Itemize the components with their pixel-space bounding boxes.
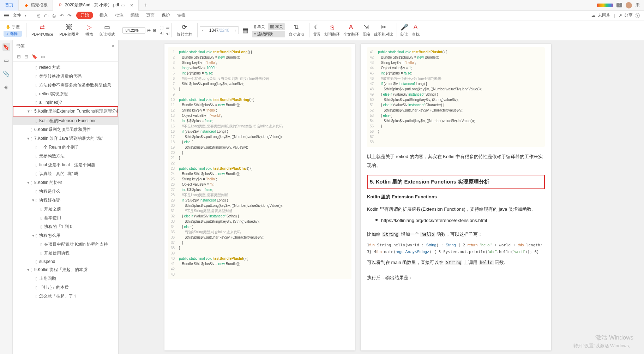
bookmark-item[interactable]: ▯在项目中配置对 Kotlin 协程的支持 xyxy=(13,240,118,249)
bookmark-item[interactable]: ▯开始使用协程 xyxy=(13,249,118,258)
twisty-icon[interactable]: ▼ xyxy=(26,137,30,140)
continuous-read[interactable]: ≡ 连续阅读 xyxy=(252,31,285,37)
fit-page-icon[interactable]: ▭ xyxy=(165,25,169,30)
twisty-icon[interactable]: ▼ xyxy=(27,109,30,113)
open-icon[interactable]: ⎘ xyxy=(35,12,42,19)
double-page[interactable]: ▯▯ 双页 xyxy=(268,23,285,30)
bookmark-list[interactable]: ▯reified 方式▯类型转换改进后的代码▯方法传参不需要多余传递参数类型信息… xyxy=(13,62,118,354)
bookmark-item[interactable]: ▯一个 Realm 的小例子 xyxy=(13,143,118,152)
thumbnails[interactable]: ▦ xyxy=(240,20,251,40)
bookmark-item[interactable]: ▼▯5.Kotlin里的Extension Functions实现原理分析 xyxy=(13,106,118,116)
pdf-to-image[interactable]: 🖼PDF转图片 xyxy=(57,20,82,40)
print-icon[interactable]: ⎙ xyxy=(51,12,57,19)
next-page-icon[interactable]: › xyxy=(233,28,239,33)
outline-icon[interactable]: ▭ xyxy=(2,56,10,64)
bookmark-item[interactable]: ▯suspend xyxy=(13,258,118,265)
file-menu[interactable]: 文件 xyxy=(13,12,21,18)
zoom-region-icon[interactable]: ◱ xyxy=(165,31,169,36)
actual-size-icon[interactable]: ◰ xyxy=(160,31,163,36)
read-mode[interactable]: ▭阅读模式 xyxy=(97,20,118,40)
bookmark-item[interactable]: ▼▯7.Kotlin 兼容 Java 遇到的最大的 "坑" xyxy=(13,134,118,143)
bookmark-item[interactable]: ▯基本使用 xyxy=(13,214,118,222)
single-page[interactable]: ▯ 单页 xyxy=(252,23,267,30)
close-panel-icon[interactable]: ✕ xyxy=(111,44,115,49)
bookmark-item[interactable]: ▯Kotlin里的Extension Functions xyxy=(13,116,118,125)
find[interactable]: A查找 xyxy=(410,20,421,40)
close-icon[interactable]: ✕ xyxy=(130,3,133,8)
bookmark-item[interactable]: ▯reified实现原理 xyxy=(13,90,118,98)
menu-edit[interactable]: 编辑 xyxy=(128,12,142,18)
avatar[interactable] xyxy=(626,2,632,8)
redo-icon[interactable]: ↷ xyxy=(66,12,73,19)
tab-document[interactable]: P 2020最新And...东 小米）.pdf ▭ ✕ xyxy=(53,0,139,11)
bookmark-item[interactable]: ▼▯8.Kotlin 的协程 xyxy=(13,178,118,187)
crop-compare[interactable]: ✂截图和对比 xyxy=(372,20,395,40)
new-tab-button[interactable]: ＋ xyxy=(139,1,153,9)
read-aloud[interactable]: 🎤朗读 xyxy=(399,20,410,40)
help-icon[interactable]: ? xyxy=(635,13,640,18)
bookmark-item[interactable]: ▯上期回顾 xyxy=(13,274,118,283)
bookmark-item[interactable]: ▯方法传参不需要多余传递参数类型信息 xyxy=(13,81,118,90)
zoom-in-icon[interactable]: ⊕ xyxy=(152,28,157,33)
menu-convert[interactable]: 转换 xyxy=(174,12,188,18)
bookmark-item[interactable]: ▯开始之前 xyxy=(13,205,118,214)
tab-overflow-icon[interactable]: ▭ xyxy=(121,3,125,8)
layers-icon[interactable]: ◈ xyxy=(2,83,10,91)
hamburger-icon[interactable] xyxy=(4,14,9,17)
chevron-down-icon[interactable]: ▾ xyxy=(25,14,26,17)
share-icon[interactable]: ↗ xyxy=(619,13,622,18)
share-label[interactable]: 分享 xyxy=(624,12,633,18)
compress[interactable]: ⇲压缩 xyxy=(361,20,372,40)
prev-page-icon[interactable]: ‹ xyxy=(200,28,206,33)
tab-home[interactable]: 首页 xyxy=(0,0,19,11)
play-button[interactable]: ▷播放 xyxy=(83,20,96,40)
bookmark-nav-icon[interactable]: ▭ xyxy=(41,54,45,59)
bookmark-item[interactable]: ▯无参构造方法 xyxy=(13,152,118,161)
menu-protect[interactable]: 保护 xyxy=(159,12,173,18)
twisty-icon[interactable]: ▼ xyxy=(31,198,35,202)
menu-insert[interactable]: 插入 xyxy=(97,12,111,18)
start-tab[interactable]: 开始 xyxy=(76,12,93,19)
pdf-to-office[interactable]: ⇄PDF转Office xyxy=(29,20,56,40)
bookmark-item[interactable]: ▯协程是什么 xyxy=(13,187,118,196)
hand-tool[interactable]: ✋手型 xyxy=(4,24,22,30)
rotate[interactable]: ⟳旋转文档 xyxy=(174,20,195,40)
add-bookmark-icon[interactable]: 🔖 xyxy=(32,54,37,59)
bookmark-item[interactable]: ▯类型转换改进后的代码 xyxy=(13,72,118,81)
sel-translate[interactable]: ⎘划词翻译 xyxy=(323,20,341,40)
twisty-icon[interactable]: ▼ xyxy=(31,234,35,238)
zoom-level[interactable]: 84.22% xyxy=(122,27,145,34)
bookmark-item[interactable]: ▯怎么就「挂起」了？ xyxy=(13,292,118,301)
document-area[interactable]: 1 2 3 4 5 6 7 8 9 10 11 12 13 14 15 16 1… xyxy=(119,40,644,354)
bookmark-item[interactable]: ▯认真脸：真的 "坑" 吗 xyxy=(13,169,118,178)
menu-annotate[interactable]: 批注 xyxy=(112,12,126,18)
full-translate[interactable]: A全文翻译 xyxy=(342,20,360,40)
bookmark-item[interactable]: ▯final 还是不 final，这是个问题 xyxy=(13,161,118,169)
twisty-icon[interactable]: ▼ xyxy=(26,268,30,272)
bookmark-item[interactable]: ▯6.Kotlin系列之顶层函数和属性 xyxy=(13,125,118,134)
zoom-out-icon[interactable]: ⊖ xyxy=(147,28,151,33)
attachment-icon[interactable]: 📎 xyxy=(2,70,10,78)
current-page[interactable]: 1347 xyxy=(209,28,219,33)
undo-icon[interactable]: ↶ xyxy=(59,12,65,19)
background[interactable]: ☾背景 xyxy=(312,20,322,40)
notif-badge[interactable]: 2 xyxy=(616,3,622,7)
bookmark-icon[interactable]: 🔖 xyxy=(2,43,10,51)
select-tool[interactable]: ▷选择 xyxy=(4,31,22,37)
page-navigator[interactable]: ‹ 1347/2246 › xyxy=(200,26,239,34)
extension-link[interactable]: https://kotlinlang.org/docs/reference/ex… xyxy=(381,216,487,225)
sync-label[interactable]: 未同步 xyxy=(598,12,610,18)
bookmark-item[interactable]: ▯all in(lined)? xyxy=(13,98,118,106)
collapse-all-icon[interactable]: ⊟ xyxy=(24,54,28,59)
bookmark-item[interactable]: ▼▯9.Kotlin 协程「挂起」的本质 xyxy=(13,265,118,274)
folder-icon[interactable]: 🗀 xyxy=(43,12,49,19)
autoscroll[interactable]: ⇅自动滚动 xyxy=(286,20,307,40)
bookmark-item[interactable]: ▯reified 方式 xyxy=(13,63,118,72)
fit-width-icon[interactable]: ⬚ xyxy=(160,25,163,30)
cloud-icon[interactable]: ☁ xyxy=(591,13,596,18)
bookmark-item[interactable]: ▼▯协程好在哪 xyxy=(13,196,118,205)
bookmark-item[interactable]: ▯「挂起」的本质 xyxy=(13,283,118,292)
bookmark-item[interactable]: ▯协程的「1 到 0」 xyxy=(13,222,118,231)
tab-templates[interactable]: ◆ 稻壳模板 xyxy=(19,0,53,11)
twisty-icon[interactable]: ▼ xyxy=(26,181,30,185)
